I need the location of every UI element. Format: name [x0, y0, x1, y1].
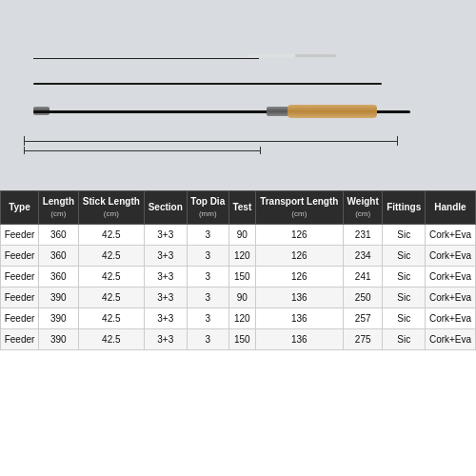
- table-row: Feeder36042.53+3390126231SicCork+Eva: [1, 225, 476, 246]
- table-cell-r0-c4: 3: [187, 225, 228, 246]
- table-cell-r2-c2: 42.5: [78, 267, 144, 288]
- table-cell-r5-c7: 275: [343, 329, 383, 350]
- table-row: Feeder36042.53+33150126241SicCork+Eva: [1, 267, 476, 288]
- table-cell-r4-c9: Cork+Eva: [426, 308, 476, 329]
- table-cell-r1-c7: 234: [343, 246, 383, 267]
- table-cell-r5-c6: 136: [255, 329, 343, 350]
- table-cell-r2-c1: 360: [39, 267, 79, 288]
- table-cell-r1-c0: Feeder: [1, 246, 39, 267]
- table-cell-r3-c8: Sic: [383, 288, 426, 308]
- table-cell-r2-c3: 3+3: [144, 267, 187, 288]
- table-cell-r1-c5: 120: [228, 246, 255, 267]
- table-cell-r3-c5: 90: [228, 288, 255, 308]
- table-cell-r2-c5: 150: [228, 267, 255, 288]
- table-cell-r5-c0: Feeder: [1, 329, 39, 350]
- table-header-stick-length: Stick Length(cm): [78, 191, 144, 225]
- table-cell-r2-c9: Cork+Eva: [426, 267, 476, 288]
- table-cell-r4-c6: 136: [255, 308, 343, 329]
- specs-table: TypeLength(cm)Stick Length(cm)SectionTop…: [0, 190, 476, 350]
- table-cell-r0-c9: Cork+Eva: [426, 225, 476, 246]
- table-cell-r2-c6: 126: [255, 267, 343, 288]
- table-cell-r3-c6: 136: [255, 288, 343, 308]
- table-cell-r3-c7: 250: [343, 288, 383, 308]
- table-header-section: Section: [144, 191, 187, 225]
- table-cell-r4-c0: Feeder: [1, 308, 39, 329]
- rod-top-section: [33, 50, 443, 68]
- table-cell-r0-c1: 360: [39, 225, 79, 246]
- table-cell-r4-c2: 42.5: [78, 308, 144, 329]
- table-row: Feeder39042.53+3390136250SicCork+Eva: [1, 288, 476, 308]
- rod-illustration: [24, 31, 452, 136]
- table-cell-r3-c4: 3: [187, 288, 228, 308]
- table-cell-r0-c3: 3+3: [144, 225, 187, 246]
- table-cell-r5-c4: 3: [187, 329, 228, 350]
- table-cell-r0-c0: Feeder: [1, 225, 39, 246]
- rod-full-section: [33, 100, 443, 127]
- table-cell-r2-c0: Feeder: [1, 267, 39, 288]
- dimension-area: [24, 131, 452, 160]
- table-cell-r1-c3: 3+3: [144, 246, 187, 267]
- table-header-length: Length(cm): [39, 191, 79, 225]
- dim-tick-left: [24, 136, 25, 146]
- table-cell-r1-c2: 42.5: [78, 246, 144, 267]
- rod-thin-line: [33, 58, 259, 59]
- table-cell-r5-c1: 390: [39, 329, 79, 350]
- table-cell-r4-c3: 3+3: [144, 308, 187, 329]
- table-cell-r1-c4: 3: [187, 246, 228, 267]
- table-header-type: Type: [1, 191, 39, 225]
- table-cell-r3-c1: 390: [39, 288, 79, 308]
- dim-outer-line: [24, 141, 397, 142]
- table-row: Feeder36042.53+33120126234SicCork+Eva: [1, 246, 476, 267]
- dim-tick-inner-right: [260, 147, 261, 154]
- rod-mid-line: [33, 83, 382, 85]
- table-cell-r2-c7: 241: [343, 267, 383, 288]
- table-cell-r4-c1: 390: [39, 308, 79, 329]
- table-header-top-dia: Top Dia(mm): [187, 191, 228, 225]
- table-cell-r3-c0: Feeder: [1, 288, 39, 308]
- rod-tip-segment-2: [295, 54, 336, 57]
- specs-table-section: TypeLength(cm)Stick Length(cm)SectionTop…: [0, 190, 476, 476]
- table-cell-r4-c7: 257: [343, 308, 383, 329]
- dim-tick-right: [397, 136, 398, 146]
- table-cell-r0-c6: 126: [255, 225, 343, 246]
- rod-mid-section: [33, 77, 443, 90]
- table-cell-r5-c2: 42.5: [78, 329, 144, 350]
- table-cell-r1-c9: Cork+Eva: [426, 246, 476, 267]
- table-cell-r3-c2: 42.5: [78, 288, 144, 308]
- table-cell-r1-c6: 126: [255, 246, 343, 267]
- table-cell-r5-c8: Sic: [383, 329, 426, 350]
- table-cell-r0-c8: Sic: [383, 225, 426, 246]
- table-cell-r2-c8: Sic: [383, 267, 426, 288]
- table-cell-r0-c5: 90: [228, 225, 255, 246]
- table-cell-r3-c9: Cork+Eva: [426, 288, 476, 308]
- table-cell-r1-c8: Sic: [383, 246, 426, 267]
- table-cell-r5-c5: 150: [228, 329, 255, 350]
- table-header-weight: Weight(cm): [343, 191, 383, 225]
- rod-handle: [288, 105, 378, 118]
- table-cell-r1-c1: 360: [39, 246, 79, 267]
- dim-inner-line: [24, 150, 260, 151]
- table-cell-r4-c4: 3: [187, 308, 228, 329]
- table-header-handle: Handle: [426, 191, 476, 225]
- dim-tick-inner-left: [24, 147, 25, 154]
- rod-diagram-section: [0, 0, 476, 190]
- table-header-transport-length: Transport Length(cm): [255, 191, 343, 225]
- table-cell-r4-c8: Sic: [383, 308, 426, 329]
- table-header-row: TypeLength(cm)Stick Length(cm)SectionTop…: [1, 191, 476, 225]
- main-container: TypeLength(cm)Stick Length(cm)SectionTop…: [0, 0, 476, 476]
- table-row: Feeder39042.53+33120136257SicCork+Eva: [1, 308, 476, 329]
- table-cell-r3-c3: 3+3: [144, 288, 187, 308]
- table-cell-r4-c5: 120: [228, 308, 255, 329]
- table-header-fittings: Fittings: [383, 191, 426, 225]
- table-cell-r0-c7: 231: [343, 225, 383, 246]
- table-cell-r5-c9: Cork+Eva: [426, 329, 476, 350]
- table-row: Feeder39042.53+33150136275SicCork+Eva: [1, 329, 476, 350]
- table-cell-r0-c2: 42.5: [78, 225, 144, 246]
- table-cell-r2-c4: 3: [187, 267, 228, 288]
- table-cell-r5-c3: 3+3: [144, 329, 187, 350]
- table-header-test: Test: [228, 191, 255, 225]
